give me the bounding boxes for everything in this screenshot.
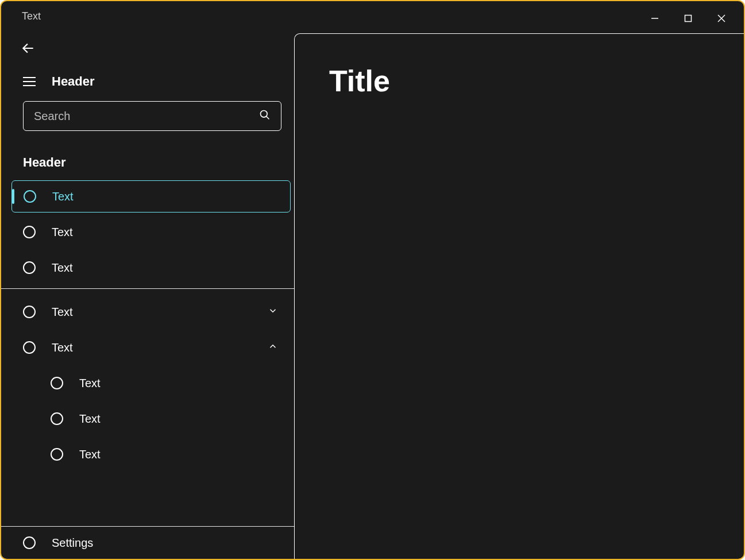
nav-item[interactable]: Text [11, 180, 291, 213]
nav-item-label: Text [52, 261, 73, 275]
nav-item-expandable[interactable]: Text [1, 331, 294, 364]
circle-icon [23, 536, 36, 549]
nav-subitem[interactable]: Text [1, 403, 294, 435]
sidebar: Header Header Text Text [1, 33, 294, 559]
circle-icon [23, 261, 36, 274]
nav-subitem[interactable]: Text [1, 438, 294, 470]
app-window: Text Header [0, 0, 745, 560]
circle-icon [51, 448, 63, 461]
circle-icon [23, 306, 36, 318]
content-pane: Title [294, 33, 744, 559]
window-title: Text [1, 1, 41, 22]
circle-icon [51, 377, 63, 389]
sidebar-header: Header [52, 74, 95, 89]
maximize-button[interactable] [671, 7, 705, 30]
section-header: Header [1, 131, 294, 180]
svg-point-5 [261, 111, 268, 118]
search-box[interactable] [23, 101, 281, 131]
chevron-up-icon [268, 341, 278, 354]
circle-icon [23, 226, 36, 238]
nav-item-label: Settings [52, 536, 93, 550]
nav-item-label: Text [79, 448, 101, 461]
svg-line-6 [267, 117, 269, 119]
titlebar: Text [1, 1, 744, 31]
window-controls [638, 1, 744, 30]
circle-icon [23, 341, 36, 354]
nav-item-label: Text [79, 377, 101, 390]
minimize-button[interactable] [638, 7, 671, 30]
circle-icon [51, 412, 63, 425]
nav-item-settings[interactable]: Settings [1, 527, 294, 559]
nav-item-label: Text [52, 190, 74, 203]
nav-item-label: Text [52, 306, 73, 319]
back-button[interactable] [21, 41, 36, 58]
circle-icon [24, 190, 36, 203]
nav-item-label: Text [52, 341, 73, 354]
nav-item[interactable]: Text [1, 252, 294, 284]
nav-item-label: Text [79, 412, 101, 426]
search-input[interactable] [34, 110, 259, 123]
nav-subitem[interactable]: Text [1, 367, 294, 399]
nav-group-2: Text Text Text [1, 289, 294, 477]
nav-group-1: Text Text Text [1, 180, 294, 288]
chevron-down-icon [268, 306, 278, 319]
close-button[interactable] [705, 7, 738, 30]
nav-item-label: Text [52, 226, 73, 239]
search-icon[interactable] [259, 109, 271, 123]
hamburger-menu-icon[interactable] [23, 77, 36, 86]
nav-item[interactable]: Text [1, 216, 294, 248]
svg-rect-1 [685, 16, 692, 22]
nav-item-expandable[interactable]: Text [1, 296, 294, 328]
page-title: Title [329, 64, 709, 98]
